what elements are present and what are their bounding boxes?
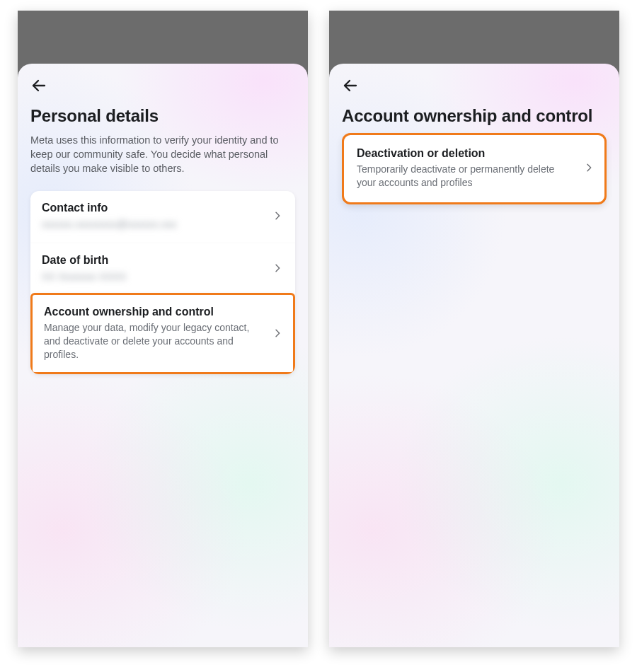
back-arrow-icon[interactable] xyxy=(342,76,360,95)
highlight-deactivation: Deactivation or deletion Temporarily dea… xyxy=(342,133,607,204)
page-title: Account ownership and control xyxy=(342,106,607,126)
chevron-right-icon xyxy=(272,328,283,339)
row-sub-redacted: xxxxxx.xxxxxxxx@xxxxxx.xxx xyxy=(42,218,263,231)
row-sub: Manage your data, modify your legacy con… xyxy=(44,321,265,361)
row-sub-redacted: XX Xxxxxxx XXXX xyxy=(42,270,263,284)
highlight-account-ownership: Account ownership and control Manage you… xyxy=(30,293,295,375)
row-sub: Temporarily deactivate or permanently de… xyxy=(357,163,576,190)
phone-left: Personal details Meta uses this informat… xyxy=(18,11,308,647)
chevron-right-icon xyxy=(270,210,285,221)
sheet-personal-details: Personal details Meta uses this informat… xyxy=(18,64,308,647)
page-title: Personal details xyxy=(30,106,295,126)
row-date-of-birth[interactable]: Date of birth XX Xxxxxxx XXXX xyxy=(30,243,295,295)
row-title: Contact info xyxy=(42,201,263,215)
row-deactivation-or-deletion[interactable]: Deactivation or deletion Temporarily dea… xyxy=(344,135,604,202)
row-title: Date of birth xyxy=(42,253,263,267)
personal-details-card: Contact info xxxxxx.xxxxxxxx@xxxxxx.xxx … xyxy=(30,191,295,374)
row-contact-info[interactable]: Contact info xxxxxx.xxxxxxxx@xxxxxx.xxx xyxy=(30,191,295,243)
phone-right: Account ownership and control Deactivati… xyxy=(329,11,619,647)
back-arrow-icon[interactable] xyxy=(30,76,49,95)
chevron-right-icon xyxy=(583,162,595,173)
row-account-ownership[interactable]: Account ownership and control Manage you… xyxy=(33,295,293,373)
sheet-account-ownership: Account ownership and control Deactivati… xyxy=(329,64,619,647)
row-title: Account ownership and control xyxy=(44,305,265,319)
chevron-right-icon xyxy=(270,262,285,274)
row-title: Deactivation or deletion xyxy=(357,146,576,161)
page-description: Meta uses this information to verify you… xyxy=(30,133,295,175)
